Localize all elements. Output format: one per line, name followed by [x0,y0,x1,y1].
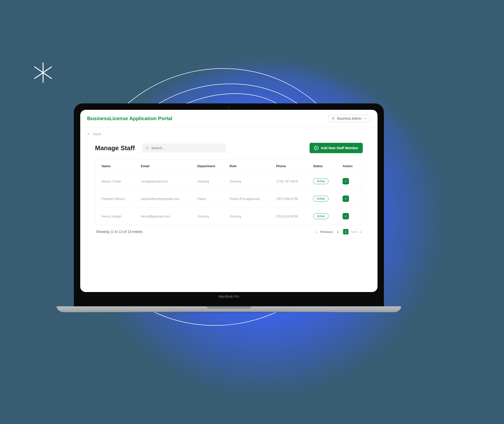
staff-table: Name Email Department Role Phone Status … [95,160,363,225]
pager-page-1[interactable]: 1 [335,229,341,234]
user-icon [331,117,335,120]
entries-summary: Showing 11 to 13 of 13 entries [96,230,142,234]
svg-line-9 [148,148,148,149]
search-box[interactable] [142,144,226,152]
cell-dept: Zonning [192,173,225,190]
table-row: Mason Carter mcs@yopmail.com Zonning Zon… [95,173,362,190]
col-email: Email [136,160,192,173]
pager-first[interactable]: « [316,230,318,234]
svg-line-5 [35,67,51,79]
chevron-down-icon [344,197,347,200]
col-name: Name [95,160,136,173]
page-title: Manage Staff [95,144,135,152]
add-staff-button[interactable]: + Add New Staff Member [310,143,363,153]
app-header: BusinessLicense Application Portal Busin… [80,110,378,127]
laptop-mockup: BusinessLicense Application Portal Busin… [74,103,384,312]
status-badge: Active [313,213,329,219]
star-icon [32,62,54,84]
cell-email: payrolofficer@yopmail.com [136,190,192,208]
camera-notch [228,106,230,108]
cell-role: Zonning [225,173,271,190]
col-phone: Phone [271,160,308,173]
cell-role: Zonning [225,208,271,225]
status-badge: Active [313,178,329,184]
row-action-button[interactable] [343,213,349,219]
pagination: « Previous 1 2 Next » [316,229,362,234]
chevron-down-icon [363,117,367,120]
cell-email: mcs@yopmail.com [136,173,192,190]
cell-phone: (767) 858-6756 [271,190,308,208]
user-menu[interactable]: Business Admin [328,115,371,122]
laptop-base [57,306,401,312]
pager-prev[interactable]: Previous [320,229,333,234]
col-role: Role [225,160,271,173]
cell-email: henry@yopmail.com [136,208,192,225]
cell-phone: (762) 816-6786 [271,208,308,225]
device-label: MacBook Pro [80,292,378,302]
col-department: Department [192,160,225,173]
cell-name: Payrllee Officer1 [95,190,136,208]
table-row: Payrllee Officer1 payrolofficer@yopmail.… [95,190,362,208]
table-row: Henry Joseph henry@yopmail.com Zonning Z… [95,208,362,225]
search-input[interactable] [151,146,222,150]
plus-icon: + [314,146,318,150]
user-label: Business Admin [337,116,362,120]
row-action-button[interactable] [343,178,349,184]
arrow-left-icon [87,132,91,136]
svg-line-4 [35,67,51,79]
back-button[interactable]: Back [80,127,378,140]
pager-next: Next [351,229,358,234]
brand-title: BusinessLicense Application Portal [87,116,172,121]
svg-point-8 [146,147,148,149]
chevron-down-icon [344,180,347,183]
col-status: Status [308,160,338,173]
status-badge: Active [313,196,329,202]
col-action: Action [338,160,362,173]
back-label: Back [93,132,101,136]
cell-name: Henry Joseph [95,208,136,225]
add-button-label: Add New Staff Member [321,146,358,150]
pager-page-2[interactable]: 2 [343,229,348,234]
chevron-down-icon [344,215,347,218]
row-action-button[interactable] [343,196,349,202]
svg-point-6 [333,117,334,118]
search-icon [146,146,149,150]
cell-phone: (776) 767-8878 [271,173,308,190]
cell-name: Mason Carter [95,173,136,190]
cell-dept: Zonning [192,208,225,225]
cell-dept: Police [192,190,225,208]
cell-role: Police (Pre-approval) [225,190,271,208]
pager-last: » [360,230,362,234]
